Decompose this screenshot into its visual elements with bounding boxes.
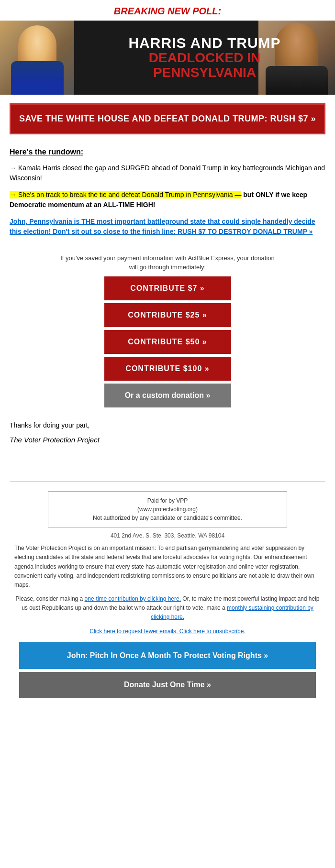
actblue-line2: will go through immediately: <box>129 264 206 271</box>
hero-deadlocked: DEADLOCKED IN <box>79 51 330 66</box>
unsubscribe-link[interactable]: Click here to request fewer emails. Clic… <box>89 628 245 635</box>
email-container: BREAKING NEW POLL: HARRIS AND TRUMP DEAD… <box>0 0 335 698</box>
footer-cta-text: Please, consider making a one-time contr… <box>14 594 321 622</box>
contribute-25-button[interactable]: CONTRIBUTE $25 » <box>104 303 231 327</box>
monthly-donate-button[interactable]: John: Pitch In Once A Month To Protect V… <box>19 642 316 670</box>
paragraph-2: → She's on track to break the tie and de… <box>10 190 325 210</box>
footer-unsubscribe: Click here to request fewer emails. Clic… <box>14 627 321 636</box>
cta-top-button[interactable]: SAVE THE WHITE HOUSE AND DEFEAT DONALD T… <box>10 103 325 134</box>
paragraph-3: John, Pennsylvania is THE most important… <box>10 217 325 237</box>
website-label: (www.protectvoting.org) <box>137 506 198 513</box>
contribute-100-button[interactable]: CONTRIBUTE $100 » <box>104 357 231 381</box>
rundown-header: Here's the rundown: <box>10 148 325 156</box>
one-time-donate-button[interactable]: Donate Just One Time » <box>19 672 316 698</box>
content-area: Here's the rundown: → Kamala Harris clos… <box>0 143 335 248</box>
footer-address: 401 2nd Ave. S, Ste. 303, Seattle, WA 98… <box>0 532 335 539</box>
paragraph-1: → Kamala Harris closed the gap and SURGE… <box>10 163 325 183</box>
footer-mission: The Voter Protection Project is on an im… <box>14 544 321 590</box>
custom-donation-button[interactable]: Or a custom donation » <box>104 384 231 407</box>
hero-state: PENNSYLVANIA <box>79 66 330 80</box>
contribute-50-button[interactable]: CONTRIBUTE $50 » <box>104 330 231 354</box>
donate-buttons: CONTRIBUTE $7 » CONTRIBUTE $25 » CONTRIB… <box>0 276 335 407</box>
hero-text: HARRIS AND TRUMP DEADLOCKED IN PENNSYLVA… <box>74 35 335 80</box>
actblue-line1: If you've saved your payment information… <box>60 254 275 262</box>
footer-divider <box>10 481 325 482</box>
not-authorized-label: Not authorized by any candidate or candi… <box>93 515 242 521</box>
closing-text: Thanks for doing your part, The Voter Pr… <box>0 415 335 452</box>
signature: The Voter Protection Project <box>10 434 325 446</box>
hero-banner: HARRIS AND TRUMP DEADLOCKED IN PENNSYLVA… <box>0 21 335 95</box>
paragraph-2-highlighted: → She's on track to break the tie and de… <box>10 191 241 198</box>
hero-names: HARRIS AND TRUMP <box>79 35 330 51</box>
actblue-note: If you've saved your payment information… <box>0 254 335 271</box>
paid-by-label: Paid for by VPP <box>147 497 188 504</box>
contribute-7-button[interactable]: CONTRIBUTE $7 » <box>104 276 231 300</box>
breaking-label: BREAKING NEW POLL: <box>114 6 221 16</box>
breaking-header: BREAKING NEW POLL: <box>0 0 335 21</box>
cta-text-1: Please, consider making a <box>16 595 85 602</box>
thanks-text: Thanks for doing your part, <box>10 420 325 430</box>
cta-one-time-link[interactable]: one-time contribution by clicking here. <box>85 595 181 602</box>
paragraph-3-link[interactable]: John, Pennsylvania is THE most important… <box>10 218 315 235</box>
trump-photo <box>0 21 74 95</box>
paid-by-box: Paid for by VPP (www.protectvoting.org) … <box>48 491 287 527</box>
